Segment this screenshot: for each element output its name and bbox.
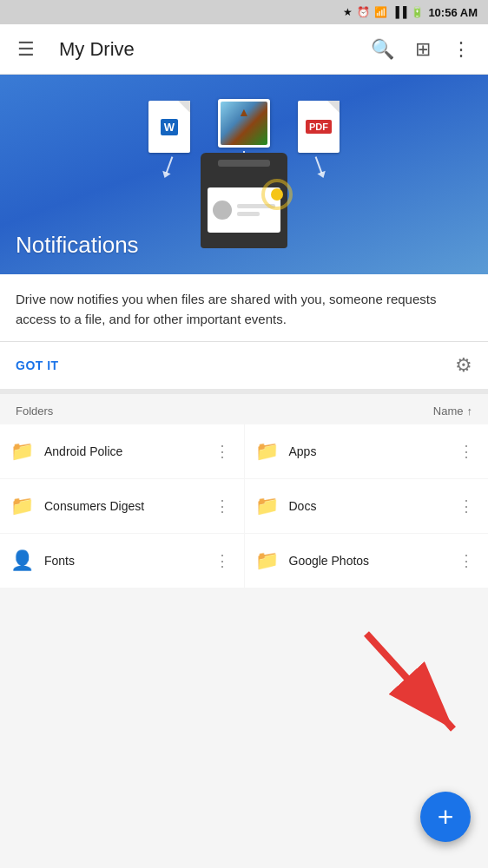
contact-icon: 👤 — [10, 549, 34, 572]
device-box — [201, 153, 287, 248]
got-it-row: GOT IT ⚙ — [0, 342, 488, 394]
fab-plus-icon: + — [438, 803, 454, 831]
status-icons: ★ ⏰ 📶 ▐▐ 🔋 10:56 AM — [343, 6, 478, 19]
arrow-overlay — [314, 608, 488, 746]
settings-icon[interactable]: ⚙ — [455, 354, 472, 377]
folder-more-icon[interactable]: ⋮ — [455, 438, 478, 464]
alarm-icon: ⏰ — [357, 6, 370, 18]
device-avatar — [213, 201, 232, 220]
folder-more-icon[interactable]: ⋮ — [455, 548, 478, 574]
got-it-button[interactable]: GOT IT — [16, 358, 59, 372]
folder-name: Google Photos — [289, 553, 445, 569]
folder-icon: 📁 — [255, 440, 279, 463]
signal-icon: ▐▐ — [392, 6, 406, 18]
status-time: 10:56 AM — [428, 6, 478, 19]
folder-more-icon[interactable]: ⋮ — [211, 548, 234, 574]
sort-control[interactable]: Name ↑ — [433, 404, 472, 418]
folder-name: Docs — [289, 498, 445, 514]
notification-description: Drive now notifies you when files are sh… — [0, 274, 488, 341]
folders-label: Folders — [16, 404, 53, 418]
status-bar: ★ ⏰ 📶 ▐▐ 🔋 10:56 AM — [0, 0, 488, 24]
menu-icon[interactable]: ☰ — [14, 35, 38, 64]
folder-icon: 📁 — [10, 495, 34, 517]
folder-item-android-police[interactable]: 📁 Android Police ⋮ — [0, 424, 244, 478]
folder-icon: 📁 — [255, 495, 279, 517]
folder-more-icon[interactable]: ⋮ — [211, 493, 234, 519]
folder-more-icon[interactable]: ⋮ — [211, 438, 234, 464]
folder-item-fonts[interactable]: 👤 Fonts ⋮ — [0, 534, 244, 588]
pdf-doc-icon: PDF — [298, 101, 340, 174]
folder-name: Consumers Digest — [44, 498, 201, 514]
folder-name: Apps — [289, 444, 445, 459]
folder-name: Android Police — [44, 444, 201, 459]
folder-item-apps[interactable]: 📁 Apps ⋮ — [245, 424, 489, 478]
folder-item-consumers-digest[interactable]: 📁 Consumers Digest ⋮ — [0, 479, 244, 533]
more-icon[interactable]: ⋮ — [448, 35, 474, 64]
folder-item-google-photos[interactable]: 📁 Google Photos ⋮ — [245, 534, 489, 588]
banner-illustration: W PDF — [131, 92, 357, 257]
folders-header: Folders Name ↑ — [0, 394, 488, 424]
banner-label: Notifications — [16, 232, 139, 259]
view-icon[interactable]: ⊞ — [412, 35, 434, 64]
search-icon[interactable]: 🔍 — [367, 35, 398, 64]
bluetooth-icon: ★ — [343, 6, 353, 18]
folder-more-icon[interactable]: ⋮ — [455, 493, 478, 519]
svg-line-1 — [366, 634, 453, 729]
folder-icon: 📁 — [10, 440, 34, 463]
word-doc-icon: W — [148, 101, 190, 174]
notification-banner: W PDF — [0, 75, 488, 274]
folder-name: Fonts — [44, 553, 201, 569]
battery-icon: 🔋 — [411, 6, 424, 18]
folder-item-docs[interactable]: 📁 Docs ⋮ — [245, 479, 489, 533]
folder-icon: 📁 — [255, 549, 279, 572]
wifi-icon: 📶 — [374, 6, 387, 18]
app-bar: ☰ My Drive 🔍 ⊞ ⋮ — [0, 24, 488, 75]
fab-create[interactable]: + — [420, 792, 471, 842]
signal-ring — [261, 179, 293, 210]
page-title: My Drive — [59, 38, 353, 61]
folders-grid: 📁 Android Police ⋮ 📁 Apps ⋮ 📁 Consumers … — [0, 424, 488, 588]
